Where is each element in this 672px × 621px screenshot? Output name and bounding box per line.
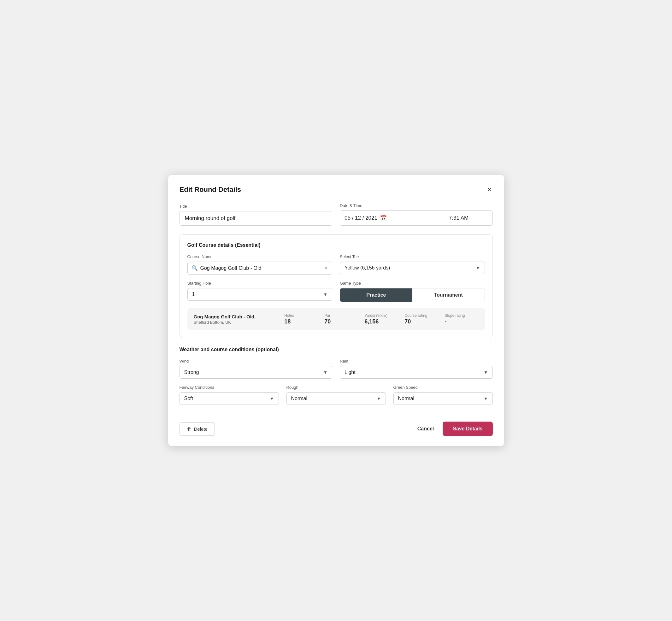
practice-button[interactable]: Practice bbox=[340, 288, 412, 302]
date-input[interactable]: 05 / 12 / 2021 📅 bbox=[340, 211, 425, 225]
wind-label: Wind bbox=[179, 359, 333, 364]
top-row: Title Date & Time 05 / 12 / 2021 📅 7:31 … bbox=[179, 203, 493, 225]
datetime-row: 05 / 12 / 2021 📅 7:31 AM bbox=[340, 210, 493, 225]
weather-section: Weather and course conditions (optional)… bbox=[179, 347, 493, 405]
chevron-down-icon-wind: ▼ bbox=[323, 370, 328, 375]
course-info-name: Gog Magog Golf Club - Old, bbox=[194, 314, 278, 319]
green-speed-value: Normal bbox=[398, 396, 415, 401]
holes-label: Holes bbox=[284, 313, 294, 318]
chevron-down-icon-rough: ▼ bbox=[377, 396, 381, 401]
course-rating-stat: Course rating 70 bbox=[405, 313, 438, 325]
select-tee-value: Yellow (6,156 yards) bbox=[344, 265, 390, 271]
par-value: 70 bbox=[324, 318, 331, 325]
starting-hole-label: Starting Hole bbox=[187, 281, 333, 286]
time-input[interactable]: 7:31 AM bbox=[425, 211, 493, 225]
rain-field-group: Rain Light ▼ bbox=[340, 359, 493, 379]
search-icon: 🔍 bbox=[192, 265, 198, 271]
wind-field-group: Wind Strong ▼ bbox=[179, 359, 333, 379]
yards-label: Yards(Yellow) bbox=[365, 313, 387, 318]
course-rating-value: 70 bbox=[405, 318, 411, 325]
chevron-down-icon-green: ▼ bbox=[484, 396, 488, 401]
datetime-label: Date & Time bbox=[340, 203, 493, 208]
starting-hole-dropdown[interactable]: 1 ▼ bbox=[187, 288, 333, 301]
par-label: Par bbox=[324, 313, 330, 318]
game-type-field-group: Game Type Practice Tournament bbox=[340, 281, 485, 302]
course-name-label: Course Name bbox=[187, 254, 333, 259]
close-button[interactable]: × bbox=[486, 185, 493, 194]
holes-value: 18 bbox=[284, 318, 291, 325]
fairway-value: Soft bbox=[184, 396, 193, 401]
chevron-down-icon: ▼ bbox=[476, 265, 480, 271]
chevron-down-icon-rain: ▼ bbox=[484, 370, 488, 375]
rough-value: Normal bbox=[291, 396, 307, 401]
rain-label: Rain bbox=[340, 359, 493, 364]
chevron-down-icon-fairway: ▼ bbox=[270, 396, 274, 401]
rain-dropdown[interactable]: Light ▼ bbox=[340, 366, 493, 379]
title-input[interactable] bbox=[179, 211, 333, 225]
title-label: Title bbox=[179, 204, 333, 209]
golf-course-section: Golf Course details (Essential) Course N… bbox=[179, 235, 493, 338]
wind-dropdown[interactable]: Strong ▼ bbox=[179, 366, 333, 379]
fairway-dropdown[interactable]: Soft ▼ bbox=[179, 392, 279, 405]
edit-round-modal: Edit Round Details × Title Date & Time 0… bbox=[168, 175, 504, 446]
green-speed-label: Green Speed bbox=[393, 385, 493, 390]
rough-dropdown[interactable]: Normal ▼ bbox=[287, 392, 386, 405]
fairway-field-group: Fairway Conditions Soft ▼ bbox=[179, 385, 279, 405]
holes-stat: Holes 18 bbox=[284, 313, 318, 325]
delete-label: Delete bbox=[194, 426, 208, 432]
slope-rating-value: - bbox=[445, 318, 447, 325]
weather-section-title: Weather and course conditions (optional) bbox=[179, 347, 493, 353]
cancel-button[interactable]: Cancel bbox=[417, 426, 434, 432]
clear-course-icon[interactable]: ✕ bbox=[324, 265, 328, 271]
course-name-field-group: Course Name 🔍 Gog Magog Golf Club - Old … bbox=[187, 254, 333, 275]
game-type-label: Game Type bbox=[340, 281, 485, 286]
course-name-value: Gog Magog Golf Club - Old bbox=[200, 265, 322, 271]
course-two-col: Course Name 🔍 Gog Magog Golf Club - Old … bbox=[187, 254, 485, 275]
rough-field-group: Rough Normal ▼ bbox=[287, 385, 386, 405]
par-stat: Par 70 bbox=[324, 313, 358, 325]
wind-value: Strong bbox=[184, 370, 199, 375]
chevron-down-icon-2: ▼ bbox=[323, 292, 328, 297]
select-tee-dropdown[interactable]: Yellow (6,156 yards) ▼ bbox=[340, 261, 485, 274]
game-type-toggle: Practice Tournament bbox=[340, 288, 485, 302]
rough-label: Rough bbox=[287, 385, 386, 390]
yards-stat: Yards(Yellow) 6,156 bbox=[365, 313, 398, 325]
trash-icon: 🗑 bbox=[187, 426, 192, 432]
select-tee-field-group: Select Tee Yellow (6,156 yards) ▼ bbox=[340, 254, 485, 275]
course-rating-label: Course rating bbox=[405, 313, 427, 318]
calendar-icon: 📅 bbox=[380, 215, 387, 221]
starting-hole-field-group: Starting Hole 1 ▼ bbox=[187, 281, 333, 302]
footer-row: 🗑 Delete Cancel Save Details bbox=[179, 422, 493, 436]
select-tee-label: Select Tee bbox=[340, 254, 485, 259]
yards-value: 6,156 bbox=[365, 318, 379, 325]
title-field-group: Title bbox=[179, 204, 333, 225]
save-button[interactable]: Save Details bbox=[443, 422, 493, 436]
slope-rating-stat: Slope rating - bbox=[445, 313, 478, 325]
starting-hole-value: 1 bbox=[192, 292, 195, 297]
date-value: 05 / 12 / 2021 bbox=[344, 215, 377, 221]
weather-three-col: Fairway Conditions Soft ▼ Rough Normal ▼… bbox=[179, 385, 493, 405]
slope-rating-label: Slope rating bbox=[445, 313, 465, 318]
footer-divider bbox=[179, 414, 493, 414]
time-value: 7:31 AM bbox=[449, 215, 468, 221]
green-speed-dropdown[interactable]: Normal ▼ bbox=[393, 392, 493, 405]
green-speed-field-group: Green Speed Normal ▼ bbox=[393, 385, 493, 405]
fairway-label: Fairway Conditions bbox=[179, 385, 279, 390]
delete-button[interactable]: 🗑 Delete bbox=[179, 422, 215, 436]
course-info-bar: Gog Magog Golf Club - Old, Shelford Bott… bbox=[187, 308, 485, 330]
modal-header: Edit Round Details × bbox=[179, 185, 493, 194]
datetime-field-group: Date & Time 05 / 12 / 2021 📅 7:31 AM bbox=[340, 203, 493, 225]
course-name-block: Gog Magog Golf Club - Old, Shelford Bott… bbox=[194, 314, 278, 325]
tournament-button[interactable]: Tournament bbox=[412, 288, 485, 302]
course-two-col-2: Starting Hole 1 ▼ Game Type Practice Tou… bbox=[187, 281, 485, 302]
weather-two-col: Wind Strong ▼ Rain Light ▼ bbox=[179, 359, 493, 379]
footer-right: Cancel Save Details bbox=[417, 422, 493, 436]
course-name-search-wrap[interactable]: 🔍 Gog Magog Golf Club - Old ✕ bbox=[187, 261, 333, 275]
modal-title: Edit Round Details bbox=[179, 185, 241, 194]
course-info-location: Shelford Bottom, UK bbox=[194, 320, 278, 325]
golf-course-section-title: Golf Course details (Essential) bbox=[187, 242, 485, 248]
rain-value: Light bbox=[344, 370, 355, 375]
